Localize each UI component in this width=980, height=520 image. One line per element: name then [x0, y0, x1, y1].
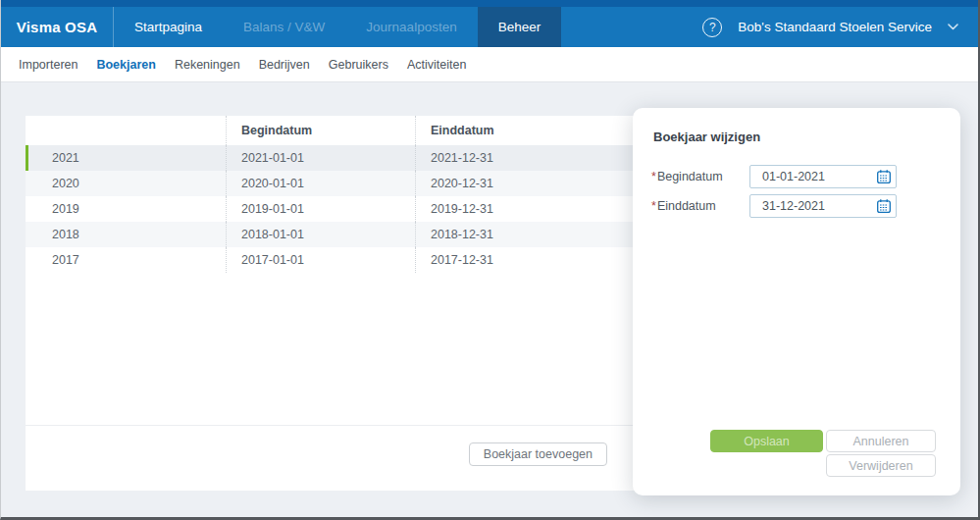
save-button[interactable]: Opslaan	[710, 430, 823, 452]
app-logo: Visma OSA	[1, 7, 114, 47]
einddatum-label-text: Einddatum	[657, 199, 716, 213]
cell-einddatum: 2018-12-31	[415, 222, 637, 247]
cell-begindatum: 2018-01-01	[226, 222, 415, 247]
subnav-item-gebruikers[interactable]: Gebruikers	[329, 58, 388, 72]
einddatum-input[interactable]	[749, 194, 897, 218]
einddatum-field-row: *Einddatum	[651, 194, 897, 218]
einddatum-label: *Einddatum	[651, 199, 749, 213]
cell-year: 2019	[26, 196, 226, 222]
table-footer: Boekjaar toevoegen	[26, 425, 637, 491]
cell-einddatum: 2017-12-31	[415, 247, 637, 273]
begindatum-label-text: Begindatum	[657, 170, 723, 183]
table-row-2020[interactable]: 2020 2020-01-01 2020-12-31	[26, 171, 637, 196]
column-header-year	[26, 116, 226, 145]
calendar-icon[interactable]	[876, 198, 892, 214]
subnav-item-activiteiten[interactable]: Activiteiten	[407, 58, 466, 72]
table-row-2017[interactable]: 2017 2017-01-01 2017-12-31	[26, 247, 637, 273]
account-menu-label[interactable]: Bob's Standaard Stoelen Service	[738, 20, 932, 34]
cell-einddatum: 2020-12-31	[415, 171, 637, 196]
subnav-item-bedrijven[interactable]: Bedrijven	[259, 58, 310, 72]
secondary-navigation: Importeren Boekjaren Rekeningen Bedrijve…	[1, 47, 978, 82]
help-icon[interactable]: ?	[702, 18, 722, 37]
topbar-accent-strip	[1, 0, 978, 7]
boekjaar-wijzigen-panel: Boekjaar wijzigen *Begindatum	[633, 108, 960, 495]
column-header-einddatum: Einddatum	[415, 116, 637, 145]
panel-title: Boekjaar wijzigen	[653, 130, 760, 144]
cell-year: 2018	[26, 222, 226, 247]
delete-button[interactable]: Verwijderen	[826, 454, 936, 477]
cell-begindatum: 2019-01-01	[226, 196, 415, 222]
cancel-button[interactable]: Annuleren	[826, 430, 936, 452]
begindatum-label: *Begindatum	[651, 170, 749, 183]
subnav-item-boekjaren[interactable]: Boekjaren	[96, 58, 155, 72]
tab-journaalposten[interactable]: Journaalposten	[345, 7, 477, 47]
chevron-down-icon[interactable]	[948, 24, 958, 30]
table-row-2018[interactable]: 2018 2018-01-01 2018-12-31	[26, 222, 637, 247]
tab-beheer[interactable]: Beheer	[478, 7, 562, 47]
cell-einddatum: 2019-12-31	[415, 196, 637, 222]
tab-balans-vw[interactable]: Balans / V&W	[223, 7, 345, 47]
begindatum-input[interactable]	[749, 165, 897, 188]
top-navigation-bar: Visma OSA Startpagina Balans / V&W Journ…	[1, 0, 978, 47]
add-boekjaar-button[interactable]: Boekjaar toevoegen	[469, 442, 607, 466]
app-window: Visma OSA Startpagina Balans / V&W Journ…	[0, 0, 980, 520]
begindatum-field-row: *Begindatum	[651, 165, 897, 188]
boekjaren-table: Begindatum Einddatum 2021 2021-01-01 202…	[26, 116, 637, 491]
cell-year: 2021	[26, 145, 226, 171]
table-row-2019[interactable]: 2019 2019-01-01 2019-12-31	[26, 196, 637, 222]
cell-year: 2020	[26, 171, 226, 196]
cell-begindatum: 2021-01-01	[226, 145, 415, 171]
column-header-begindatum: Begindatum	[226, 116, 415, 145]
cell-begindatum: 2017-01-01	[226, 247, 415, 273]
required-marker: *	[651, 199, 656, 213]
required-marker: *	[651, 170, 656, 183]
table-row-2021[interactable]: 2021 2021-01-01 2021-12-31	[26, 145, 637, 171]
subnav-item-importeren[interactable]: Importeren	[19, 58, 77, 72]
cell-begindatum: 2020-01-01	[226, 171, 415, 196]
cell-year: 2017	[26, 247, 226, 273]
tab-startpagina[interactable]: Startpagina	[114, 7, 223, 47]
table-header-row: Begindatum Einddatum	[26, 116, 637, 145]
calendar-icon[interactable]	[876, 169, 892, 184]
cell-einddatum: 2021-12-31	[415, 145, 637, 171]
table-empty-space	[26, 273, 637, 425]
subnav-item-rekeningen[interactable]: Rekeningen	[175, 58, 240, 72]
